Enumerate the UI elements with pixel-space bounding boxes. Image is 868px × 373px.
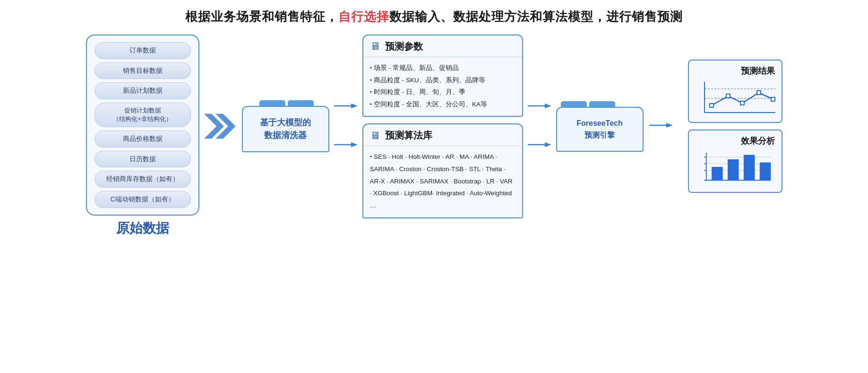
svg-rect-31	[728, 159, 739, 180]
algo-box: 🖥 预测算法库 SES · Holt · Holt-Winter · AR · …	[362, 123, 523, 218]
svg-rect-33	[759, 163, 771, 181]
svg-rect-20	[771, 97, 775, 101]
folder-tab-1	[259, 100, 285, 106]
svg-marker-5	[351, 142, 358, 147]
page-container: 根据业务场景和销售特征，自行选择数据输入、数据处理方法和算法模型，进行销售预测 …	[0, 0, 868, 237]
data-item-5: 商品价格数据	[95, 130, 191, 147]
param-item-3: 时间粒度 - 日、周、旬、月、季	[370, 86, 516, 98]
algo-title: 预测算法库	[385, 129, 432, 142]
engine-section: ForeseeTech预测引擎	[556, 101, 644, 152]
forecast-result-title: 预测结果	[696, 65, 775, 77]
svg-rect-18	[740, 101, 744, 105]
svg-marker-3	[351, 104, 358, 108]
param-content: 场景 - 常规品、新品、促销品 商品粒度 - SKU、品类、系列、品牌等 时间粒…	[363, 57, 522, 116]
effect-chart	[697, 149, 773, 187]
arrow-to-algo	[334, 140, 358, 151]
engine-box: ForeseeTech预测引擎	[556, 107, 644, 152]
arrow-from-algo	[528, 140, 551, 151]
param-box-header: 🖥 预测参数	[363, 35, 522, 57]
arrow-from-params	[528, 102, 551, 112]
header-prefix: 根据业务场景和销售特征，	[185, 9, 338, 24]
svg-marker-7	[545, 104, 551, 108]
svg-rect-16	[710, 104, 713, 107]
param-item-1: 场景 - 常规品、新品、促销品	[370, 62, 516, 74]
algo-box-header: 🖥 预测算法库	[363, 124, 522, 146]
data-item-7: 经销商库存数据（如有）	[95, 171, 191, 188]
forecast-chart	[697, 79, 773, 117]
forecast-result-box: 预测结果	[688, 60, 782, 123]
data-item-3: 新品计划数据	[95, 82, 191, 99]
algo-content: SES · Holt · Holt-Winter · AR · MA · ARI…	[363, 146, 522, 217]
param-item-2: 商品粒度 - SKU、品类、系列、品牌等	[370, 74, 516, 87]
arrow-to-params	[334, 102, 358, 112]
svg-marker-11	[666, 123, 673, 128]
arrow-chevron	[204, 110, 237, 143]
param-item-4: 空间粒度 - 全国、大区、分公司、KA等	[370, 98, 516, 111]
svg-rect-17	[726, 94, 730, 98]
header-section: 根据业务场景和销售特征，自行选择数据输入、数据处理方法和算法模型，进行销售预测	[0, 0, 868, 30]
main-layout: 订单数据 销售目标数据 新品计划数据 促销计划数据（结构化+非结构化） 商品价格…	[0, 30, 868, 237]
sections-to-engine-arrows	[528, 102, 551, 151]
cleaner-section: 基于大模型的数据清洗器	[242, 100, 329, 152]
data-item-2: 销售目标数据	[95, 62, 191, 79]
cleaner-box: 基于大模型的数据清洗器	[242, 106, 329, 152]
header-suffix: 数据输入、数据处理方法和算法模型，进行销售预测	[389, 9, 683, 24]
data-sources-container: 订单数据 销售目标数据 新品计划数据 促销计划数据（结构化+非结构化） 商品价格…	[86, 35, 199, 237]
engine-tab-2	[589, 101, 615, 107]
cleaner-to-sections-arrows	[334, 102, 358, 151]
param-title: 预测参数	[385, 40, 423, 53]
effect-analysis-box: 效果分析	[688, 130, 782, 193]
folder-tab-2	[288, 100, 314, 106]
data-item-6: 日历数据	[95, 151, 191, 168]
header-highlight: 自行选择	[338, 9, 389, 24]
algo-icon: 🖥	[370, 130, 380, 142]
data-item-8: C端动销数据（如有）	[95, 191, 191, 208]
algo-item-1: SES · Holt · Holt-Winter · AR · MA · ARI…	[370, 151, 516, 211]
param-box: 🖥 预测参数 场景 - 常规品、新品、促销品 商品粒度 - SKU、品类、系列、…	[362, 35, 523, 117]
svg-rect-32	[743, 155, 755, 181]
data-item-1: 订单数据	[95, 42, 191, 59]
engine-tab-1	[561, 101, 587, 107]
svg-marker-9	[545, 142, 551, 147]
cleaner-title: 基于大模型的数据清洗器	[260, 116, 311, 142]
svg-rect-30	[712, 167, 723, 180]
results-section: 预测结果	[688, 60, 782, 193]
svg-rect-19	[757, 91, 761, 95]
data-sources-box: 订单数据 销售目标数据 新品计划数据 促销计划数据（结构化+非结构化） 商品价格…	[86, 35, 199, 216]
param-icon: 🖥	[370, 40, 380, 52]
engine-title: ForeseeTech预测引擎	[576, 117, 623, 141]
effect-analysis-title: 效果分析	[696, 135, 775, 147]
engine-to-results-arrow	[649, 121, 673, 131]
param-algo-section: 🖥 预测参数 场景 - 常规品、新品、促销品 商品粒度 - SKU、品类、系列、…	[362, 35, 523, 218]
data-item-4: 促销计划数据（结构化+非结构化）	[95, 103, 191, 127]
data-sources-label: 原始数据	[116, 219, 169, 237]
